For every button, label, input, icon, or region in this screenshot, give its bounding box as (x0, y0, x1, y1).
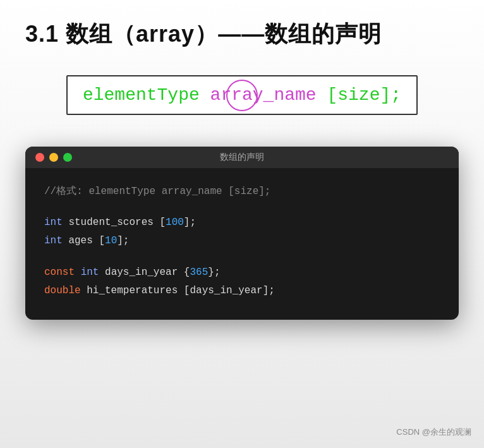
terminal-dot-red (35, 153, 44, 162)
code-blank-1 (44, 202, 440, 214)
code-hi-temperatures: hi_temperatures [days_in_year]; (81, 285, 275, 296)
terminal-dot-yellow (49, 153, 58, 162)
terminal-title: 数组的声明 (220, 152, 264, 163)
keyword-int-3: int (81, 267, 99, 278)
code-ages: ages [ (63, 235, 105, 246)
code-days-in-year: days_in_year { (99, 267, 190, 278)
watermark: CSDN @余生的观澜 (396, 427, 471, 438)
code-blank-2 (44, 251, 440, 264)
page-title: 3.1 数组（array）——数组的声明 (25, 19, 459, 50)
syntax-brackets: [size]; (327, 85, 401, 105)
code-line-2: int ages [10]; (44, 233, 440, 250)
keyword-double: double (44, 285, 81, 296)
keyword-const: const (44, 267, 75, 278)
syntax-element-type: elementType (83, 85, 200, 105)
syntax-array-name: array_name (200, 85, 327, 105)
syntax-box-container: elementType array_name [size]; (25, 75, 459, 115)
code-bracket-close-2: ]; (117, 235, 129, 246)
code-line-3: const int days_in_year {365}; (44, 264, 440, 281)
code-line-1: int student_scores [100]; (44, 214, 440, 231)
code-comment-line: //格式: elementType array_name [size]; (44, 183, 440, 200)
code-number-365: 365 (190, 267, 208, 278)
terminal-header: 数组的声明 (25, 147, 459, 168)
code-bracket-close-1: ]; (184, 217, 196, 228)
terminal-dot-green (63, 153, 72, 162)
code-curly-close: }; (208, 267, 220, 278)
code-student-scores: student_scores [ (63, 217, 166, 228)
page-container: 3.1 数组（array）——数组的声明 elementType array_n… (0, 0, 484, 448)
code-space-1 (75, 267, 81, 278)
syntax-box: elementType array_name [size]; (66, 75, 418, 115)
code-line-4: double hi_temperatures [days_in_year]; (44, 282, 440, 300)
keyword-int-2: int (44, 235, 63, 246)
terminal-body: //格式: elementType array_name [size]; int… (25, 168, 459, 320)
keyword-int-1: int (44, 217, 63, 228)
terminal-window: 数组的声明 //格式: elementType array_name [size… (25, 147, 459, 320)
code-number-10: 10 (105, 235, 117, 246)
code-number-100: 100 (166, 217, 184, 228)
